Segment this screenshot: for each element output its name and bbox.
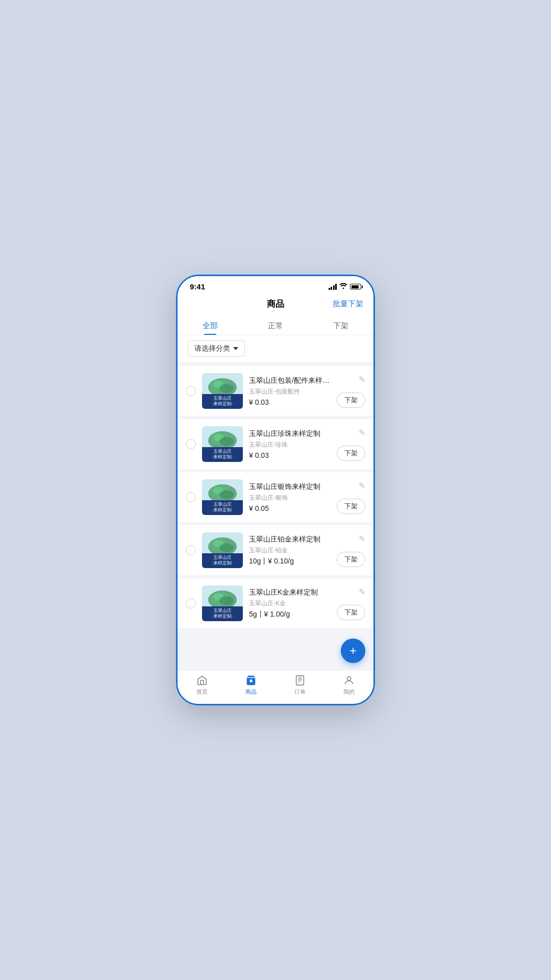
product-price: ¥ 0.03 [249, 398, 331, 406]
product-info: 玉翠山庄包装/配件来样定制 玉翠山庄-包装配件 ¥ 0.03 [249, 376, 331, 406]
product-name: 玉翠山庄包装/配件来样定制 [249, 376, 331, 385]
edit-icon[interactable]: ✎ [359, 375, 365, 384]
product-name: 玉翠山庄K金来样定制 [249, 588, 331, 597]
product-name: 玉翠山庄珍珠来样定制 [249, 429, 331, 438]
header: 商品 批量下架 [178, 294, 373, 316]
tab-all[interactable]: 全部 [178, 316, 243, 335]
status-bar: 9:41 [178, 276, 373, 294]
nav-home[interactable]: 首页 [178, 675, 227, 696]
select-checkbox[interactable] [186, 386, 196, 396]
select-checkbox[interactable] [186, 439, 196, 449]
phone-frame: 9:41 商品 批量下架 全部 正常 [176, 275, 375, 705]
category-filter[interactable]: 请选择分类 [188, 340, 245, 357]
nav-profile-label: 我的 [343, 688, 355, 696]
product-info: 玉翠山庄珍珠来样定制 玉翠山庄-珍珠 ¥ 0.03 [249, 429, 331, 459]
user-icon [343, 675, 355, 686]
svg-point-31 [347, 677, 350, 680]
bulk-delist-button[interactable]: 批量下架 [333, 299, 363, 309]
product-brand-label: 玉翠山庄 ·来样定制· [202, 447, 243, 462]
delist-button[interactable]: 下架 [337, 499, 365, 514]
delist-button[interactable]: 下架 [337, 605, 365, 620]
select-checkbox[interactable] [186, 545, 196, 555]
nav-orders[interactable]: 订单 [276, 675, 324, 696]
svg-point-26 [249, 679, 253, 682]
nav-products[interactable]: 商品 [227, 675, 276, 696]
product-image: 玉翠山庄 ·来样定制· [202, 373, 243, 409]
delist-button[interactable]: 下架 [337, 552, 365, 567]
product-category: 玉翠山庄-珍珠 [249, 440, 331, 449]
chevron-down-icon [233, 347, 238, 350]
product-brand-label: 玉翠山庄 ·来样定制· [202, 500, 243, 515]
battery-icon [350, 284, 361, 289]
signal-icon [329, 284, 337, 290]
wifi-icon [339, 283, 347, 290]
tab-bar: 全部 正常 下架 [178, 316, 373, 335]
product-list[interactable]: 玉翠山庄 ·来样定制· 玉翠山庄包装/配件来样定制 玉翠山庄-包装配件 ¥ 0.… [178, 366, 373, 670]
svg-point-9 [219, 437, 234, 446]
edit-icon[interactable]: ✎ [359, 587, 365, 597]
svg-rect-27 [296, 676, 304, 685]
product-price: ¥ 0.05 [249, 504, 331, 512]
product-image: 玉翠山庄 ·来样定制· [202, 585, 243, 621]
product-price: ¥ 0.03 [249, 451, 331, 459]
product-category: 玉翠山庄-银饰 [249, 494, 331, 502]
edit-icon[interactable]: ✎ [359, 534, 365, 544]
product-brand-label: 玉翠山庄 ·来样定制· [202, 553, 243, 568]
nav-products-label: 商品 [245, 688, 257, 696]
filter-bar: 请选择分类 [178, 335, 373, 362]
edit-icon[interactable]: ✎ [359, 428, 365, 437]
product-category: 玉翠山庄-K金 [249, 599, 331, 608]
list-item: 玉翠山庄 ·来样定制· 玉翠山庄K金来样定制 玉翠山庄-K金 5g丨¥ 1.00… [178, 578, 373, 628]
page-title: 商品 [267, 298, 284, 310]
delist-button[interactable]: 下架 [337, 393, 365, 408]
edit-icon[interactable]: ✎ [359, 481, 365, 491]
product-actions: ✎ 下架 [337, 534, 365, 567]
list-item: 玉翠山庄 ·来样定制· 玉翠山庄珍珠来样定制 玉翠山庄-珍珠 ¥ 0.03 ✎ … [178, 419, 373, 469]
product-actions: ✎ 下架 [337, 481, 365, 514]
bottom-nav: 首页 商品 订单 我的 [178, 670, 373, 704]
nav-home-label: 首页 [196, 688, 208, 696]
svg-point-4 [219, 384, 234, 393]
product-name: 玉翠山庄铂金来样定制 [249, 535, 331, 544]
product-actions: ✎ 下架 [337, 428, 365, 461]
product-price: 10g丨¥ 0.10/g [249, 557, 331, 566]
product-category: 玉翠山庄-包装配件 [249, 387, 331, 396]
product-info: 玉翠山庄银饰来样定制 玉翠山庄-银饰 ¥ 0.05 [249, 482, 331, 512]
svg-point-24 [219, 596, 234, 605]
add-product-button[interactable]: + [341, 639, 365, 663]
product-actions: ✎ 下架 [337, 587, 365, 620]
bag-icon [245, 675, 257, 686]
product-image: 玉翠山庄 ·来样定制· [202, 532, 243, 568]
status-time: 9:41 [190, 282, 205, 291]
product-image: 玉翠山庄 ·来样定制· [202, 426, 243, 462]
product-image: 玉翠山庄 ·来样定制· [202, 479, 243, 515]
product-info: 玉翠山庄铂金来样定制 玉翠山庄-铂金 10g丨¥ 0.10/g [249, 535, 331, 566]
product-brand-label: 玉翠山庄 ·来样定制· [202, 394, 243, 409]
product-actions: ✎ 下架 [337, 375, 365, 408]
order-icon [294, 675, 306, 686]
list-item: 玉翠山庄 ·来样定制· 玉翠山庄包装/配件来样定制 玉翠山庄-包装配件 ¥ 0.… [178, 366, 373, 416]
product-price: 5g丨¥ 1.00/g [249, 610, 331, 619]
svg-point-19 [219, 543, 234, 552]
tab-normal[interactable]: 正常 [243, 316, 308, 335]
select-checkbox[interactable] [186, 598, 196, 608]
select-checkbox[interactable] [186, 492, 196, 502]
nav-orders-label: 订单 [294, 688, 306, 696]
product-brand-label: 玉翠山庄 ·来样定制· [202, 606, 243, 621]
nav-profile[interactable]: 我的 [324, 675, 373, 696]
product-info: 玉翠山庄K金来样定制 玉翠山庄-K金 5g丨¥ 1.00/g [249, 588, 331, 619]
status-icons [329, 283, 362, 290]
list-item: 玉翠山庄 ·来样定制· 玉翠山庄铂金来样定制 玉翠山庄-铂金 10g丨¥ 0.1… [178, 525, 373, 575]
home-icon [196, 675, 208, 686]
product-category: 玉翠山庄-铂金 [249, 546, 331, 555]
svg-point-14 [219, 490, 234, 499]
delist-button[interactable]: 下架 [337, 446, 365, 461]
list-item: 玉翠山庄 ·来样定制· 玉翠山庄银饰来样定制 玉翠山庄-银饰 ¥ 0.05 ✎ … [178, 472, 373, 522]
filter-label: 请选择分类 [194, 344, 230, 353]
tab-delisted[interactable]: 下架 [308, 316, 373, 335]
product-name: 玉翠山庄银饰来样定制 [249, 482, 331, 492]
